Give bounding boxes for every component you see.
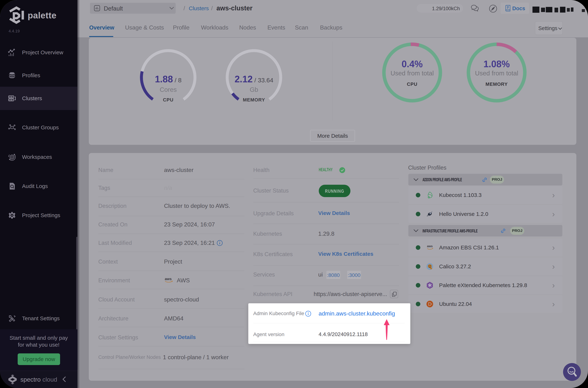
svg-text:aws: aws — [165, 277, 172, 281]
svg-text:aws: aws — [427, 244, 432, 248]
